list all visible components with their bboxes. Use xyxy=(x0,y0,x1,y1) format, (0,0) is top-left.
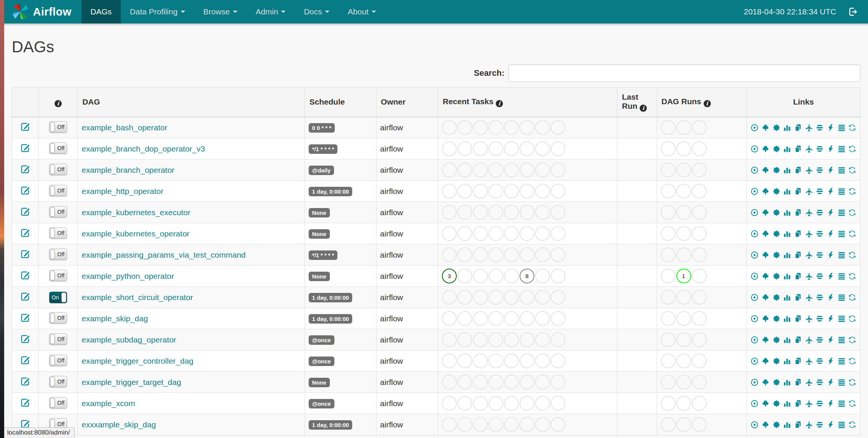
code-view-icon[interactable] xyxy=(827,293,835,302)
graph-view-icon[interactable] xyxy=(773,421,781,429)
code-view-icon[interactable] xyxy=(827,208,835,217)
dag-pause-toggle[interactable]: Off xyxy=(49,206,67,217)
landing-times-icon[interactable] xyxy=(805,421,813,429)
landing-times-icon[interactable] xyxy=(805,272,813,280)
tree-view-icon[interactable] xyxy=(762,314,770,323)
dag-link[interactable]: example_http_operator xyxy=(81,187,163,196)
dag-pause-toggle[interactable]: On xyxy=(49,292,67,303)
code-view-icon[interactable] xyxy=(827,378,835,386)
trigger-dag-icon[interactable] xyxy=(751,230,759,238)
code-view-icon[interactable] xyxy=(827,336,835,344)
logs-icon[interactable] xyxy=(838,378,846,386)
graph-view-icon[interactable] xyxy=(773,357,781,365)
graph-view-icon[interactable] xyxy=(773,166,781,174)
trigger-dag-icon[interactable] xyxy=(751,357,759,365)
dag-pause-toggle[interactable]: Off xyxy=(49,142,67,154)
dag-link[interactable]: example_passing_params_via_test_command xyxy=(81,250,245,259)
trigger-dag-icon[interactable] xyxy=(751,293,759,302)
task-duration-icon[interactable] xyxy=(783,124,791,132)
dag-pause-toggle[interactable]: Off xyxy=(49,249,67,260)
edit-dag-icon[interactable] xyxy=(20,206,30,217)
refresh-icon[interactable] xyxy=(848,208,856,217)
dag-pause-toggle[interactable]: Off xyxy=(49,270,67,281)
refresh-icon[interactable] xyxy=(848,145,856,153)
code-view-icon[interactable] xyxy=(827,251,835,259)
logs-icon[interactable] xyxy=(838,230,846,238)
gantt-icon[interactable] xyxy=(816,399,824,408)
graph-view-icon[interactable] xyxy=(773,314,781,323)
trigger-dag-icon[interactable] xyxy=(751,421,759,429)
task-duration-icon[interactable] xyxy=(783,145,791,153)
task-tries-icon[interactable] xyxy=(794,145,802,153)
code-view-icon[interactable] xyxy=(827,166,835,174)
gantt-icon[interactable] xyxy=(816,378,824,386)
tree-view-icon[interactable] xyxy=(762,357,770,365)
refresh-icon[interactable] xyxy=(848,399,856,408)
task-duration-icon[interactable] xyxy=(783,272,791,280)
trigger-dag-icon[interactable] xyxy=(751,378,759,386)
task-tries-icon[interactable] xyxy=(794,208,802,217)
gantt-icon[interactable] xyxy=(816,208,824,217)
dag-link[interactable]: example_skip_dag xyxy=(81,314,148,323)
dag-link[interactable]: example_subdag_operator xyxy=(81,335,176,344)
graph-view-icon[interactable] xyxy=(773,336,781,344)
graph-view-icon[interactable] xyxy=(773,399,781,408)
task-tries-icon[interactable] xyxy=(794,314,802,323)
task-state-circle-success[interactable]: 3 xyxy=(442,269,457,283)
logs-icon[interactable] xyxy=(838,124,846,132)
trigger-dag-icon[interactable] xyxy=(751,314,759,323)
logs-icon[interactable] xyxy=(838,357,846,365)
landing-times-icon[interactable] xyxy=(805,293,813,302)
task-tries-icon[interactable] xyxy=(794,336,802,344)
gantt-icon[interactable] xyxy=(816,230,824,238)
edit-dag-icon[interactable] xyxy=(20,355,30,365)
edit-dag-icon[interactable] xyxy=(20,122,30,132)
task-duration-icon[interactable] xyxy=(783,399,791,408)
dag-link[interactable]: example_xcom xyxy=(81,399,135,408)
edit-dag-icon[interactable] xyxy=(20,376,30,386)
edit-dag-icon[interactable] xyxy=(20,164,30,174)
nav-item-browse[interactable]: Browse xyxy=(194,0,247,23)
dag-pause-toggle[interactable]: Off xyxy=(49,227,67,239)
landing-times-icon[interactable] xyxy=(805,145,813,153)
landing-times-icon[interactable] xyxy=(805,124,813,132)
tree-view-icon[interactable] xyxy=(762,293,770,302)
refresh-icon[interactable] xyxy=(848,251,856,259)
task-duration-icon[interactable] xyxy=(783,314,791,323)
code-view-icon[interactable] xyxy=(827,124,835,132)
task-tries-icon[interactable] xyxy=(794,421,802,429)
trigger-dag-icon[interactable] xyxy=(751,208,759,217)
gantt-icon[interactable] xyxy=(816,251,824,259)
landing-times-icon[interactable] xyxy=(805,230,813,238)
trigger-dag-icon[interactable] xyxy=(751,336,759,344)
gantt-icon[interactable] xyxy=(816,314,824,323)
code-view-icon[interactable] xyxy=(827,187,835,196)
tree-view-icon[interactable] xyxy=(762,378,770,386)
dag-link[interactable]: example_bash_operator xyxy=(81,123,167,132)
refresh-icon[interactable] xyxy=(848,421,856,429)
refresh-icon[interactable] xyxy=(848,357,856,365)
dag-run-state-circle-running[interactable]: 1 xyxy=(676,269,691,283)
logs-icon[interactable] xyxy=(838,314,846,323)
sign-out-icon[interactable] xyxy=(848,6,858,17)
refresh-icon[interactable] xyxy=(848,378,856,386)
nav-item-dags[interactable]: DAGs xyxy=(81,0,121,23)
code-view-icon[interactable] xyxy=(827,314,835,323)
dag-link[interactable]: exxxample_skip_dag xyxy=(81,420,156,429)
tree-view-icon[interactable] xyxy=(762,399,770,408)
dag-link[interactable]: example_branch_operator xyxy=(81,166,174,174)
gantt-icon[interactable] xyxy=(816,187,824,196)
logs-icon[interactable] xyxy=(838,208,846,217)
landing-times-icon[interactable] xyxy=(805,251,813,259)
refresh-icon[interactable] xyxy=(848,166,856,174)
code-view-icon[interactable] xyxy=(827,421,835,429)
dag-pause-toggle[interactable]: Off xyxy=(49,121,67,133)
dag-link[interactable]: example_trigger_controller_dag xyxy=(81,357,193,365)
refresh-icon[interactable] xyxy=(848,272,856,280)
dag-link[interactable]: example_python_operator xyxy=(81,272,174,280)
tree-view-icon[interactable] xyxy=(762,336,770,344)
dag-link[interactable]: example_trigger_target_dag xyxy=(81,378,181,386)
code-view-icon[interactable] xyxy=(827,230,835,238)
edit-dag-icon[interactable] xyxy=(20,291,30,302)
tree-view-icon[interactable] xyxy=(762,166,770,174)
